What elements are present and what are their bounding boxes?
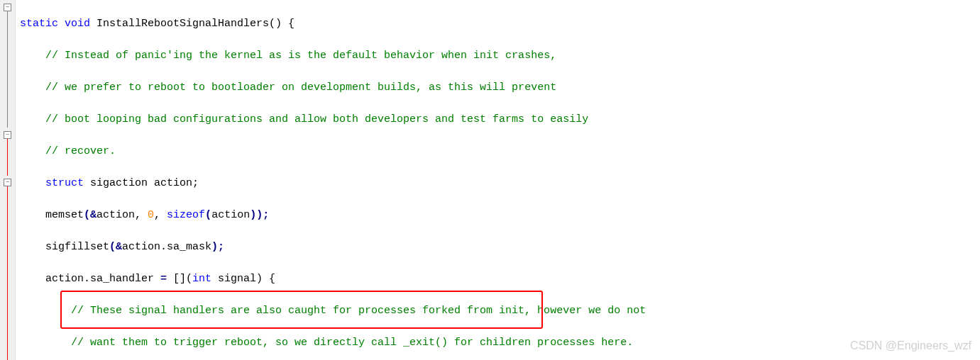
fold-toggle-icon[interactable]: −	[4, 4, 11, 11]
code-line: // These signal handlers are also caught…	[20, 303, 980, 320]
fold-toggle-icon[interactable]: −	[4, 179, 11, 186]
code-line: memset(&action, 0, sizeof(action));	[20, 208, 980, 224]
fold-toggle-icon[interactable]: −	[4, 131, 11, 139]
code-line: // Instead of panic'ing the kernel as is…	[20, 48, 980, 64]
code-editor: − − − static void InstallRebootSignalHan…	[0, 0, 980, 360]
fold-gutter: − − −	[0, 0, 16, 360]
code-line: sigfillset(&action.sa_mask);	[20, 240, 980, 256]
code-line: struct sigaction action;	[20, 176, 980, 192]
code-line: // recover.	[20, 144, 980, 160]
code-line: // boot looping bad configurations and a…	[20, 112, 980, 128]
code-line: // want them to trigger reboot, so we di…	[20, 335, 980, 351]
code-line: // we prefer to reboot to bootloader on …	[20, 80, 980, 96]
code-line: static void InstallRebootSignalHandlers(…	[20, 16, 980, 33]
code-content[interactable]: static void InstallRebootSignalHandlers(…	[16, 0, 980, 360]
code-line: action.sa_handler = [](int signal) {	[20, 271, 980, 288]
